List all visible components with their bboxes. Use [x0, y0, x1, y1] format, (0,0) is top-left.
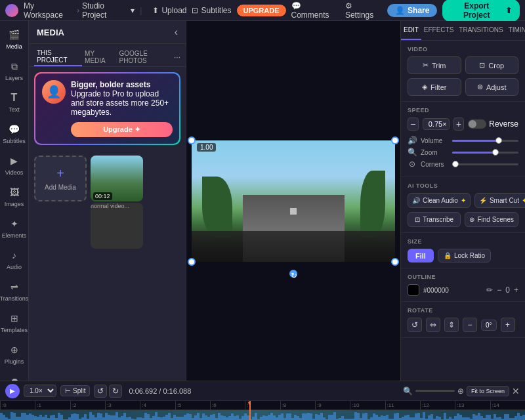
- fit-to-screen-button[interactable]: Fit to Screen: [467, 386, 509, 396]
- upgrade-card-btn[interactable]: Upgrade ✦: [71, 122, 173, 137]
- handle-rotate[interactable]: ↻: [289, 270, 297, 278]
- transcribe-button[interactable]: ⊡ Transcribe: [408, 212, 461, 227]
- speed-select[interactable]: 1.0×: [24, 385, 56, 397]
- left-sidebar: 🎬 Media ⧉ Layers T Text 💬 Subtitles ▶ Vi…: [0, 21, 29, 381]
- media-icon: 🎬: [7, 28, 22, 42]
- outline-color-swatch[interactable]: [408, 284, 419, 296]
- audio-waveform[interactable]: [0, 410, 525, 420]
- add-media-button[interactable]: + Add Media: [34, 156, 87, 201]
- rotate-minus-button[interactable]: −: [463, 318, 477, 332]
- rotate-section: ROTATE ↺ ⇔ ⇕ − 0° +: [401, 302, 525, 338]
- breadcrumb: My Workspace › Studio Project ▾: [24, 1, 135, 20]
- sidebar-item-templates[interactable]: ⊞ Templates: [1, 307, 28, 337]
- playhead[interactable]: [249, 401, 251, 420]
- adjust-button[interactable]: ⊛ Adjust: [465, 78, 519, 96]
- corners-knob[interactable]: [452, 161, 459, 167]
- handle-top-left[interactable]: [188, 136, 196, 144]
- elements-icon: ✦: [7, 217, 22, 231]
- crop-button[interactable]: ⊡ Crop: [465, 56, 519, 74]
- tab-transitions[interactable]: TRANSITIONS: [456, 21, 505, 40]
- sidebar-item-elements[interactable]: ✦ Elements: [1, 213, 28, 243]
- rotate-plus-button[interactable]: +: [501, 318, 515, 332]
- speed-decrease-button[interactable]: −: [408, 117, 419, 131]
- speed-increase-button[interactable]: +: [453, 117, 465, 131]
- handle-top-right[interactable]: [391, 136, 399, 144]
- split-button[interactable]: ⊢ Split: [60, 385, 90, 396]
- rotate-left-button[interactable]: ↺: [408, 318, 422, 332]
- sidebar-item-subtitles[interactable]: 💬 Subtitles: [1, 118, 28, 148]
- clean-audio-button[interactable]: 🔊 Clean Audio ✦: [408, 193, 471, 208]
- tab-timing[interactable]: TIMING: [506, 21, 525, 40]
- outline-plus-button[interactable]: +: [514, 285, 518, 295]
- handle-bottom-left[interactable]: [188, 258, 196, 266]
- tab-edit[interactable]: EDIT: [401, 21, 421, 40]
- export-button[interactable]: Export Project ⬆: [442, 0, 520, 22]
- sidebar-label-templates: Templates: [1, 327, 28, 333]
- upgrade-button[interactable]: UPGRADE: [237, 5, 286, 16]
- sidebar-item-transitions[interactable]: ⇌ Transitions: [1, 276, 28, 306]
- ruler-mark: :3: [105, 401, 140, 410]
- zoom-slider[interactable]: [452, 152, 518, 154]
- media-panel-close[interactable]: ‹: [175, 26, 178, 38]
- smart-cut-button[interactable]: ⚡ Smart Cut ✦: [474, 193, 525, 208]
- volume-icon: 🔊: [408, 136, 417, 145]
- lock-ratio-button[interactable]: 🔒 Lock Ratio: [438, 249, 491, 262]
- rotate-value[interactable]: 0°: [481, 320, 497, 331]
- zoom-in-icon[interactable]: ⊕: [457, 387, 464, 396]
- tab-this-project[interactable]: THIS PROJECT: [34, 48, 82, 66]
- redo-button[interactable]: ↻: [109, 385, 122, 398]
- speed-section-label: SPEED: [408, 107, 518, 114]
- media-thumbnail[interactable]: 00:12: [91, 156, 143, 201]
- settings-button[interactable]: ⚙ Settings: [345, 1, 382, 20]
- sidebar-item-videos[interactable]: ▶ Videos: [1, 150, 28, 180]
- speed-value[interactable]: 0.75×: [423, 118, 450, 130]
- undo-button[interactable]: ↺: [94, 385, 107, 398]
- media-tab-more[interactable]: ···: [174, 52, 180, 62]
- pencil-icon[interactable]: ✏: [486, 285, 493, 295]
- filter-button[interactable]: ◈ Filter: [408, 78, 461, 96]
- flip-vertical-button[interactable]: ⇕: [444, 318, 459, 332]
- sidebar-item-layers[interactable]: ⧉ Layers: [1, 55, 28, 85]
- flip-horizontal-button[interactable]: ⇔: [426, 318, 440, 332]
- sidebar-item-images[interactable]: 🖼 Images: [1, 181, 28, 211]
- sidebar-label-plugins: Plugins: [5, 358, 24, 365]
- zoom-track[interactable]: [415, 390, 455, 392]
- trim-button[interactable]: ✂ Trim: [408, 56, 461, 74]
- sidebar-item-audio[interactable]: ♪ Audio: [1, 244, 28, 274]
- upload-button[interactable]: ⬆ Upload: [152, 6, 186, 15]
- corners-slider[interactable]: [452, 163, 518, 165]
- zoom-out-icon[interactable]: 🔍: [403, 387, 413, 396]
- workspace-label[interactable]: My Workspace: [24, 1, 74, 20]
- smart-cut-icon: ⚡: [479, 197, 487, 204]
- timeline-close-button[interactable]: ✕: [512, 386, 520, 396]
- reverse-toggle[interactable]: [468, 119, 486, 129]
- project-label[interactable]: Studio Project ▾: [82, 1, 135, 20]
- thumb-duration: 00:12: [93, 192, 112, 200]
- canvas-container[interactable]: 1.00 ↻: [192, 140, 395, 262]
- subtitles-button[interactable]: ⊡ Subtitles: [192, 6, 231, 15]
- sidebar-item-plugins[interactable]: ⊕ Plugins: [1, 339, 28, 369]
- ruler-mark: :8: [280, 401, 315, 410]
- volume-knob[interactable]: [495, 137, 502, 144]
- tab-effects[interactable]: EFFECTS: [421, 21, 457, 40]
- ai-tools-section: AI TOOLS 🔊 Clean Audio ✦ ⚡ Smart Cut ✦ ⊡…: [401, 177, 525, 233]
- subtitles-icon: 💬: [7, 122, 22, 136]
- timeline-zoom: 🔍 ⊕ Fit to Screen ✕: [403, 386, 520, 396]
- thumb-name: normal video...: [91, 203, 143, 249]
- sidebar-label-layers: Layers: [5, 75, 23, 81]
- sidebar-item-text[interactable]: T Text: [1, 87, 28, 117]
- find-scenes-button[interactable]: ⊛ Find Scenes: [465, 212, 518, 227]
- play-button[interactable]: ▶: [5, 384, 20, 398]
- zoom-knob[interactable]: [492, 149, 499, 156]
- share-button[interactable]: 👤 Share: [387, 4, 437, 17]
- canvas-video: [192, 140, 395, 262]
- dashboard: [192, 231, 395, 261]
- sidebar-item-media[interactable]: 🎬 Media: [1, 24, 28, 54]
- fill-button[interactable]: Fill: [408, 249, 434, 262]
- tab-my-media[interactable]: MY MEDIA: [82, 49, 116, 66]
- handle-bottom-right[interactable]: [391, 258, 399, 266]
- comments-button[interactable]: 💬 Comments: [291, 1, 340, 20]
- tab-google-photos[interactable]: GOOGLE PHOTOS: [117, 49, 174, 66]
- volume-slider[interactable]: [452, 140, 518, 142]
- outline-minus-button[interactable]: −: [497, 285, 501, 295]
